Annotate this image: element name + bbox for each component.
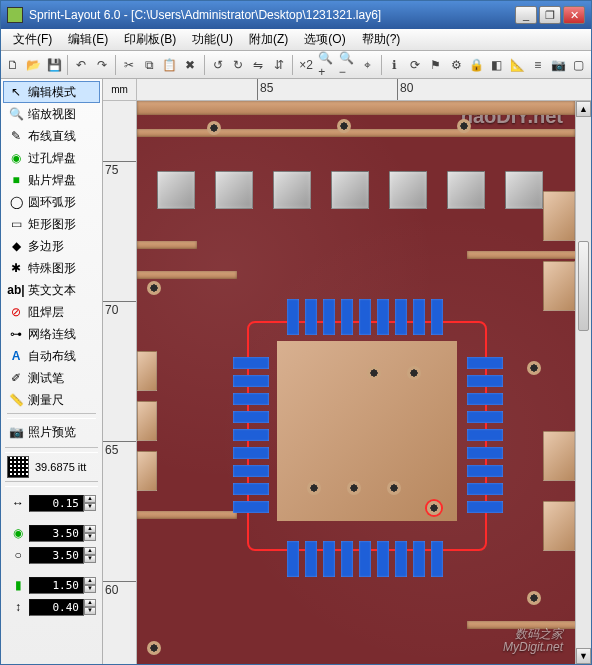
copy-button[interactable]: ⧉ — [140, 54, 158, 76]
menu-function[interactable]: 功能(U) — [184, 29, 241, 50]
mirror-v-button[interactable]: ⇵ — [270, 54, 288, 76]
spin-buttons[interactable]: ▲▼ — [84, 495, 96, 511]
pad-outer-value[interactable]: 3.50 — [29, 525, 84, 542]
pad-outer-icon: ◉ — [7, 526, 29, 540]
tool-photo-preview[interactable]: 📷照片预览 — [3, 421, 100, 443]
tool-label: 圆环弧形 — [28, 194, 76, 211]
track-width-value[interactable]: 0.15 — [29, 495, 84, 512]
tool-netline[interactable]: ⊶网络连线 — [3, 323, 100, 345]
scroll-up-button[interactable]: ▲ — [576, 101, 591, 117]
spin-buttons[interactable]: ▲▼ — [84, 599, 96, 615]
settings-button[interactable]: ⚙ — [447, 54, 465, 76]
view-button[interactable]: ◧ — [488, 54, 506, 76]
tool-sidebar: ↖编辑模式 🔍缩放视图 ✎布线直线 ◉过孔焊盘 ■贴片焊盘 ◯圆环弧形 ▭矩形图… — [1, 79, 103, 664]
tool-label: 矩形图形 — [28, 216, 76, 233]
sidebar-separator — [5, 481, 98, 487]
tool-zoom-view[interactable]: 🔍缩放视图 — [3, 103, 100, 125]
maximize-button[interactable]: ❐ — [539, 6, 561, 24]
smd-height-value[interactable]: 0.40 — [29, 599, 84, 616]
menu-file[interactable]: 文件(F) — [5, 29, 60, 50]
camera-button[interactable]: 📷 — [549, 54, 567, 76]
undo-button[interactable]: ↶ — [72, 54, 90, 76]
cut-button[interactable]: ✂ — [120, 54, 138, 76]
tool-label: 照片预览 — [28, 424, 76, 441]
tool-smd-pad[interactable]: ■贴片焊盘 — [3, 169, 100, 191]
pad-inner-icon: ○ — [7, 548, 29, 562]
tool-through-pad[interactable]: ◉过孔焊盘 — [3, 147, 100, 169]
rotate-right-button[interactable]: ↻ — [229, 54, 247, 76]
delete-button[interactable]: ✖ — [181, 54, 199, 76]
refresh-button[interactable]: ⟳ — [406, 54, 424, 76]
lock-button[interactable]: 🔒 — [467, 54, 485, 76]
flag-button[interactable]: ⚑ — [426, 54, 444, 76]
tool-arc[interactable]: ◯圆环弧形 — [3, 191, 100, 213]
menu-options[interactable]: 选项(O) — [296, 29, 353, 50]
zoom-2x-button[interactable]: ×2 — [297, 54, 315, 76]
menu-help[interactable]: 帮助(?) — [354, 29, 409, 50]
align-button[interactable]: ≡ — [529, 54, 547, 76]
ruler-spacer — [575, 79, 591, 101]
ruler-tick: 70 — [103, 301, 136, 317]
save-button[interactable]: 💾 — [45, 54, 63, 76]
tool-soldermask[interactable]: ⊘阻焊层 — [3, 301, 100, 323]
tool-special[interactable]: ✱特殊图形 — [3, 257, 100, 279]
menu-append[interactable]: 附加(Z) — [241, 29, 296, 50]
new-button[interactable]: 🗋 — [4, 54, 22, 76]
component-outline[interactable] — [247, 321, 487, 551]
tool-polygon[interactable]: ◆多边形 — [3, 235, 100, 257]
pad-inner-value[interactable]: 3.50 — [29, 547, 84, 564]
redo-button[interactable]: ↷ — [93, 54, 111, 76]
info-button[interactable]: ℹ — [385, 54, 403, 76]
tool-label: 特殊图形 — [28, 260, 76, 277]
pcb-canvas[interactable]: haoDIY.net — [137, 101, 575, 664]
toolbar-separator — [204, 55, 205, 75]
zoom-out-button[interactable]: 🔍− — [338, 54, 356, 76]
ruler-tick: 85 — [257, 79, 273, 100]
magnifier-icon: 🔍 — [8, 107, 24, 121]
scroll-down-button[interactable]: ▼ — [576, 648, 591, 664]
sidebar-separator — [5, 447, 98, 453]
ruler-icon: 📏 — [8, 393, 24, 407]
smd-width-value[interactable]: 1.50 — [29, 577, 84, 594]
spin-buttons[interactable]: ▲▼ — [84, 577, 96, 593]
reticle-button[interactable]: ⌖ — [358, 54, 376, 76]
minimize-button[interactable]: _ — [515, 6, 537, 24]
polygon-icon: ◆ — [8, 239, 24, 253]
tool-rectangle[interactable]: ▭矩形图形 — [3, 213, 100, 235]
toolbar-separator — [381, 55, 382, 75]
tool-label: 缩放视图 — [28, 106, 76, 123]
tool-text[interactable]: ab|英文文本 — [3, 279, 100, 301]
vertical-scrollbar[interactable]: ▲ ▼ — [575, 101, 591, 664]
square-icon: ■ — [8, 173, 24, 187]
toolbar-separator — [115, 55, 116, 75]
tool-route-line[interactable]: ✎布线直线 — [3, 125, 100, 147]
open-button[interactable]: 📂 — [24, 54, 42, 76]
paste-button[interactable]: 📋 — [161, 54, 179, 76]
tool-test-pen[interactable]: ✐测试笔 — [3, 367, 100, 389]
measure-button[interactable]: 📐 — [508, 54, 526, 76]
menu-board[interactable]: 印刷板(B) — [116, 29, 184, 50]
horizontal-ruler[interactable]: 85 80 — [137, 79, 575, 101]
auto-icon: A — [8, 349, 24, 363]
rotate-left-button[interactable]: ↺ — [208, 54, 226, 76]
ruler-tick: 65 — [103, 441, 136, 457]
x4-button[interactable]: ▢ — [570, 54, 588, 76]
sidebar-separator — [7, 413, 96, 419]
ruler-tick: 75 — [103, 161, 136, 177]
tool-autoroute[interactable]: A自动布线 — [3, 345, 100, 367]
close-button[interactable]: ✕ — [563, 6, 585, 24]
toolbar-separator — [67, 55, 68, 75]
mirror-h-button[interactable]: ⇋ — [249, 54, 267, 76]
vertical-ruler[interactable]: 75 70 65 60 — [103, 101, 137, 664]
tool-edit-mode[interactable]: ↖编辑模式 — [3, 81, 100, 103]
spin-buttons[interactable]: ▲▼ — [84, 525, 96, 541]
zoom-in-button[interactable]: 🔍+ — [317, 54, 335, 76]
grid-selector[interactable]: 39.6875 itt — [1, 455, 102, 479]
menu-edit[interactable]: 编辑(E) — [60, 29, 116, 50]
scroll-thumb[interactable] — [578, 241, 589, 331]
tool-label: 布线直线 — [28, 128, 76, 145]
spin-buttons[interactable]: ▲▼ — [84, 547, 96, 563]
tool-ruler[interactable]: 📏测量尺 — [3, 389, 100, 411]
tool-label: 测试笔 — [28, 370, 64, 387]
grid-icon — [7, 456, 29, 478]
